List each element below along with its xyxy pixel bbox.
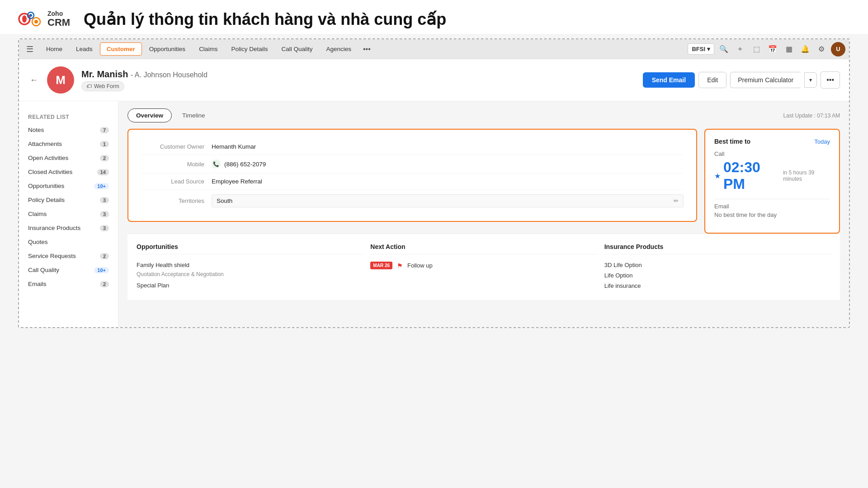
premium-dropdown-arrow[interactable]: ▾ <box>804 72 817 88</box>
tabs: Overview Timeline <box>127 108 214 122</box>
page-title: Quản lý thông tin khách hàng và nhà cung… <box>84 10 446 29</box>
nav-item-callquality[interactable]: Call Quality <box>275 43 319 55</box>
best-time-title: Best time to <box>714 138 750 145</box>
insurance-title: Insurance Products <box>604 243 831 254</box>
premium-calculator-button[interactable]: Premium Calculator <box>730 72 801 88</box>
sidebar-item-policy-details[interactable]: Policy Details 3 <box>19 193 118 207</box>
sidebar-item-quotes[interactable]: Quotes <box>19 235 118 249</box>
date-badge: MAR 26 <box>370 262 392 269</box>
customer-tag[interactable]: 🏷 Web Form <box>81 81 124 91</box>
search-icon[interactable]: 🔍 <box>717 42 731 56</box>
sidebar-item-open-activities[interactable]: Open Activities 2 <box>19 151 118 165</box>
info-row-territories: Territories South ✏ <box>141 190 684 212</box>
best-time-header: Best time to Today <box>714 138 830 145</box>
territory-box[interactable]: South ✏ <box>212 194 684 207</box>
bell-icon[interactable]: 🔔 <box>798 42 812 56</box>
settings-icon[interactable]: ⚙ <box>815 42 828 56</box>
opportunity-item-2[interactable]: Special Plan <box>137 280 363 291</box>
nav-item-claims[interactable]: Claims <box>193 43 224 55</box>
call-time-sub: in 5 hours 39 minutes <box>783 169 830 182</box>
add-icon[interactable]: ＋ <box>733 42 747 56</box>
info-row-owner: Customer Owner Hemanth Kumar <box>141 139 684 155</box>
sidebar-item-claims[interactable]: Claims 3 <box>19 207 118 221</box>
zoho-logo-icon <box>18 9 43 29</box>
next-action-row: MAR 26 ⚑ Follow up <box>370 260 597 271</box>
nav-item-policy[interactable]: Policy Details <box>225 43 274 55</box>
sidebar-item-insurance-products[interactable]: Insurance Products 3 <box>19 221 118 235</box>
bottom-section: Opportunities Family Health shield Quota… <box>127 234 840 300</box>
sidebar-item-call-quality[interactable]: Call Quality 10+ <box>19 263 118 277</box>
no-best-time: No best time for the day <box>714 211 830 218</box>
user-avatar[interactable]: U <box>831 42 845 56</box>
content-area: Overview Timeline Last Update : 07:13 AM… <box>118 101 849 327</box>
sidebar-item-emails[interactable]: Emails 2 <box>19 277 118 291</box>
nav-item-leads[interactable]: Leads <box>70 43 99 55</box>
nav-right: BFSI ▾ 🔍 ＋ ⬚ 📅 ▦ 🔔 ⚙ U <box>688 42 845 56</box>
call-time: 02:30 PM <box>723 159 780 192</box>
page-header: Zoho CRM Quản lý thông tin khách hàng và… <box>0 0 868 34</box>
customer-household: - A. Johnson Household <box>131 71 208 79</box>
last-update: Last Update : 07:13 AM <box>783 113 840 119</box>
grid-icon[interactable]: ▦ <box>782 42 796 56</box>
nav-more-icon[interactable]: ••• <box>359 43 375 55</box>
nav-item-home[interactable]: Home <box>40 43 69 55</box>
customer-header: ← M Mr. Manish - A. Johnson Household 🏷 … <box>19 59 849 101</box>
edit-button[interactable]: Edit <box>698 72 726 88</box>
sidebar-item-notes[interactable]: Notes 7 <box>19 123 118 137</box>
call-label: Call <box>714 150 830 157</box>
opportunities-title: Opportunities <box>137 243 363 254</box>
sidebar-title: Related List <box>19 108 118 123</box>
back-button[interactable]: ← <box>28 74 40 87</box>
svg-point-3 <box>29 14 32 17</box>
best-time-call-section: Call ★ 02:30 PM in 5 hours 39 minutes <box>714 150 830 192</box>
more-actions-button[interactable]: ••• <box>821 71 840 89</box>
phone-icon: 📞 <box>212 160 221 169</box>
calendar-icon[interactable]: 📅 <box>766 42 779 56</box>
tag-icon: 🏷 <box>86 83 92 89</box>
sidebar-item-opportunities[interactable]: Opportunities 10+ <box>19 179 118 193</box>
logo-crm: CRM <box>47 17 70 28</box>
territory-edit-icon[interactable]: ✏ <box>674 197 679 204</box>
tab-timeline[interactable]: Timeline <box>174 108 214 122</box>
sidebar-item-service-requests[interactable]: Service Requests 2 <box>19 249 118 263</box>
email-label: Email <box>714 203 830 210</box>
tab-overview[interactable]: Overview <box>127 108 172 122</box>
flag-icon: ⚑ <box>397 262 403 269</box>
customer-actions: Send Email Edit Premium Calculator ▾ ••• <box>643 71 840 89</box>
info-row-mobile: Mobile 📞 (886) 652-2079 <box>141 155 684 174</box>
nav-item-agencies[interactable]: Agencies <box>320 43 358 55</box>
notes-icon[interactable]: ⬚ <box>750 42 763 56</box>
opportunity-item-1[interactable]: Family Health shield <box>137 260 363 270</box>
nav-item-opportunities[interactable]: Opportunities <box>143 43 192 55</box>
best-time-email-section: Email No best time for the day <box>714 203 830 218</box>
svg-point-1 <box>22 15 27 23</box>
sidebar: Related List Notes 7 Attachments 1 Open … <box>19 101 118 327</box>
overview-right: Best time to Today Call ★ 02:30 PM in 5 … <box>704 129 840 234</box>
nav-brand[interactable]: BFSI ▾ <box>688 43 714 55</box>
insurance-item-2[interactable]: Life Option <box>604 270 831 281</box>
nav-item-customer[interactable]: Customer <box>100 42 142 56</box>
next-action-col: Next Action MAR 26 ⚑ Follow up <box>370 243 597 291</box>
crm-app: ☰ Home Leads Customer Opportunities Clai… <box>18 38 850 328</box>
hamburger-icon[interactable]: ☰ <box>23 42 37 56</box>
next-action-title: Next Action <box>370 243 597 254</box>
info-card: Customer Owner Hemanth Kumar Mobile 📞 (8… <box>127 129 697 222</box>
insurance-col: Insurance Products 3D Life Option Life O… <box>604 243 831 291</box>
action-text: Follow up <box>407 262 433 269</box>
nav-bar: ☰ Home Leads Customer Opportunities Clai… <box>19 39 849 59</box>
customer-name: Mr. Manish - A. Johnson Household <box>81 69 636 80</box>
main-content: Related List Notes 7 Attachments 1 Open … <box>19 101 849 327</box>
tabs-row: Overview Timeline Last Update : 07:13 AM <box>127 108 840 122</box>
customer-info: Mr. Manish - A. Johnson Household 🏷 Web … <box>81 69 636 91</box>
divider <box>714 199 830 199</box>
sidebar-item-closed-activities[interactable]: Closed Activities 14 <box>19 165 118 179</box>
overview-grid: Customer Owner Hemanth Kumar Mobile 📞 (8… <box>127 129 840 234</box>
send-email-button[interactable]: Send Email <box>643 72 695 88</box>
overview-left: Customer Owner Hemanth Kumar Mobile 📞 (8… <box>127 129 697 234</box>
today-link[interactable]: Today <box>814 138 830 145</box>
best-time-card: Best time to Today Call ★ 02:30 PM in 5 … <box>704 129 840 234</box>
insurance-item-1[interactable]: 3D Life Option <box>604 260 831 270</box>
star-icon: ★ <box>714 172 721 180</box>
sidebar-item-attachments[interactable]: Attachments 1 <box>19 137 118 151</box>
insurance-item-3[interactable]: Life insurance <box>604 281 831 291</box>
